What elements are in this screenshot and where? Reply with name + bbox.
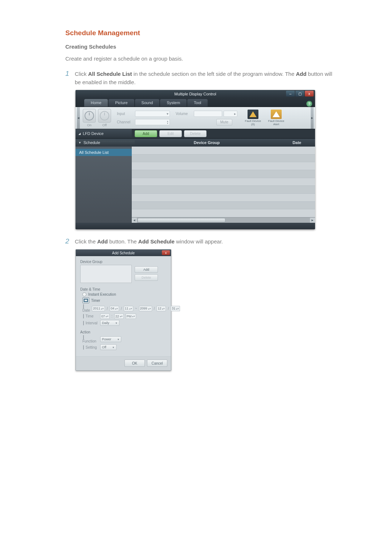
- step-1: 1 Click All Schedule List in the schedul…: [65, 70, 334, 87]
- table-row: [132, 155, 315, 163]
- date-from-day[interactable]: 11▴▾: [124, 306, 133, 311]
- chevron-down-icon: ▼: [115, 322, 118, 324]
- step-text: Click the Add button. The Add Schedule w…: [75, 237, 334, 246]
- input-label: Input: [117, 112, 134, 116]
- close-button[interactable]: x: [305, 91, 314, 97]
- volume-label: Volume: [176, 112, 192, 116]
- fault-device-button[interactable]: Fault Device(0): [242, 110, 264, 126]
- maximize-button[interactable]: ▢: [295, 91, 304, 97]
- window-titlebar: Multiple Display Control – ▢ x: [75, 90, 315, 98]
- input-dropdown[interactable]: ▾: [135, 111, 170, 117]
- chevron-down-icon: ▼: [112, 346, 115, 349]
- window-title: Multiple Display Control: [174, 92, 216, 96]
- date-to-year[interactable]: 2099▴▾: [139, 306, 152, 311]
- power-on-label: On: [87, 123, 91, 127]
- tab-home[interactable]: Home: [84, 99, 108, 107]
- tab-sound[interactable]: Sound: [135, 99, 160, 107]
- device-group-add-button[interactable]: Add: [135, 266, 158, 273]
- table-row: [132, 202, 315, 210]
- fault-alert-button[interactable]: Fault Device Alert: [266, 110, 287, 126]
- date-from-month[interactable]: 04▴▾: [110, 306, 119, 311]
- time-ampm[interactable]: PM▴▾: [126, 313, 136, 319]
- tab-system[interactable]: System: [160, 99, 187, 107]
- power-icon: [100, 111, 109, 120]
- ok-button[interactable]: OK: [124, 360, 145, 367]
- interval-label: ┃ Interval: [82, 321, 98, 325]
- step-text: Click All Schedule List in the schedule …: [75, 70, 334, 87]
- time-minute[interactable]: 22▴▾: [114, 313, 124, 319]
- edit-button[interactable]: Edit: [159, 130, 182, 137]
- channel-label: Channel: [117, 120, 134, 124]
- radio-icon: [82, 292, 86, 296]
- device-group-label: Device Group: [80, 260, 167, 264]
- channel-stepper[interactable]: ▴▾: [135, 119, 170, 125]
- date-from-year[interactable]: 2011▴▾: [92, 306, 105, 311]
- statusbar: [75, 223, 315, 229]
- scroll-left-icon[interactable]: ◄: [132, 218, 137, 223]
- tab-tool[interactable]: Tool: [187, 99, 208, 107]
- device-group-list[interactable]: [80, 265, 132, 283]
- mute-button[interactable]: Mute: [216, 119, 232, 126]
- caret-down-icon: ▼: [78, 141, 81, 144]
- interval-select[interactable]: Daily▼: [100, 320, 119, 326]
- add-schedule-dialog: Add Schedule x Device Group Add Delete D…: [75, 249, 171, 371]
- table-row: [132, 209, 315, 217]
- date-time-label: Date & Time: [80, 287, 167, 291]
- dialog-titlebar: Add Schedule x: [76, 250, 171, 256]
- sub-heading: Creating Schedules: [65, 44, 334, 50]
- tab-picture[interactable]: Picture: [109, 99, 134, 107]
- scroll-thumb[interactable]: [138, 218, 225, 222]
- table-row: [132, 170, 315, 178]
- ribbon-scroll-left[interactable]: ◄: [77, 107, 80, 129]
- table-row: [132, 162, 315, 170]
- date-to-month[interactable]: 12▴▾: [156, 306, 166, 311]
- date-to-day[interactable]: 31▴▾: [171, 306, 180, 311]
- app-screenshot-main: Multiple Display Control – ▢ x Home Pict…: [75, 90, 315, 229]
- power-on-button[interactable]: [83, 109, 96, 123]
- warning-icon: [273, 111, 280, 117]
- ribbon-scroll-right[interactable]: ►: [311, 107, 314, 129]
- minimize-button[interactable]: –: [286, 91, 295, 97]
- radio-icon: [82, 297, 89, 303]
- step-number: 2: [65, 237, 75, 245]
- chevron-down-icon: ▼: [117, 338, 120, 341]
- dialog-close-button[interactable]: x: [162, 250, 170, 255]
- table-row: [132, 147, 315, 155]
- warning-icon: [249, 111, 257, 117]
- panel-lfd-device[interactable]: ◢LFD Device: [75, 129, 132, 138]
- time-label: ┃ Time: [82, 314, 98, 318]
- setting-select[interactable]: Off▼: [100, 344, 117, 350]
- sidebar-item-all-schedule-list[interactable]: All Schedule List: [75, 149, 132, 156]
- schedule-grid: ◄ ►: [132, 147, 315, 223]
- power-off-button[interactable]: [98, 109, 111, 123]
- table-row: [132, 194, 315, 202]
- step-2: 2 Click the Add button. The Add Schedule…: [65, 237, 334, 246]
- section-title: Schedule Management: [65, 29, 334, 37]
- caret-icon: ◢: [78, 132, 81, 135]
- horizontal-scrollbar[interactable]: ◄ ►: [132, 217, 315, 223]
- setting-label: ┃ Setting: [82, 345, 98, 349]
- table-row: [132, 186, 315, 194]
- volume-slider[interactable]: [194, 111, 222, 117]
- column-date: Date: [279, 140, 315, 145]
- table-row: [132, 178, 315, 186]
- function-label: ┃ Function: [82, 335, 98, 343]
- date-label: ┃ Date: [82, 304, 90, 312]
- power-off-label: Off: [102, 123, 107, 127]
- help-icon[interactable]: ?: [306, 101, 312, 107]
- panel-schedule[interactable]: ▼Schedule: [75, 140, 135, 145]
- column-device-group: Device Group: [135, 140, 279, 145]
- cancel-button[interactable]: Cancel: [147, 360, 167, 367]
- timer-radio[interactable]: Timer: [82, 297, 167, 303]
- delete-button[interactable]: Delete: [184, 130, 207, 137]
- intro-text: Create and register a schedule on a grou…: [65, 55, 334, 63]
- action-label: Action: [80, 330, 167, 334]
- add-button[interactable]: Add: [135, 130, 157, 137]
- scroll-right-icon[interactable]: ►: [310, 218, 315, 223]
- time-hour[interactable]: 07▴▾: [100, 313, 110, 319]
- step-number: 1: [65, 70, 75, 78]
- instant-execution-radio[interactable]: Instant Execution: [82, 292, 167, 296]
- function-select[interactable]: Power▼: [100, 336, 121, 342]
- device-group-delete-button[interactable]: Delete: [135, 274, 158, 281]
- volume-value[interactable]: ▸: [224, 111, 237, 117]
